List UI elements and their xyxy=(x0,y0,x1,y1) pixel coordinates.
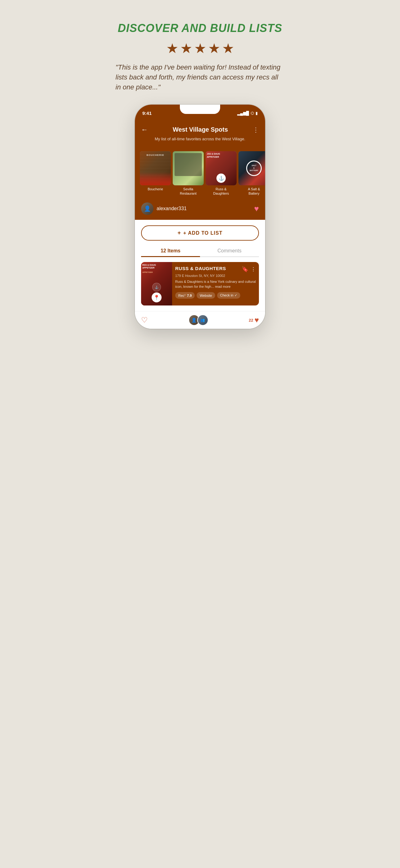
wifi-icon: ⌬ xyxy=(251,111,254,116)
place-img-salt: SALT&BATTERY xyxy=(238,151,265,185)
list-item-name: RUSS & DAUGHTERS xyxy=(175,266,226,271)
nav-avatar-2: 👥 xyxy=(197,314,208,326)
tag-checkin-label: Check in ✓ xyxy=(220,293,237,298)
stars-row: ★ ★ ★ ★ ★ xyxy=(166,40,234,56)
nav-count: 22 xyxy=(249,318,253,322)
tag-checkin[interactable]: Check in ✓ xyxy=(217,292,240,299)
place-card-sevilla[interactable]: SevillaRestaurant xyxy=(173,151,204,198)
white-section: + + ADD TO LIST 12 Items Comments RSS & … xyxy=(135,220,265,311)
back-button[interactable]: ← xyxy=(141,126,148,134)
star-2: ★ xyxy=(180,40,192,56)
list-item-content: RUSS & DAUGHTERS 🔖 ⋮ 179 E Houston St, N… xyxy=(172,262,259,306)
star-5: ★ xyxy=(222,40,234,56)
nav-likes[interactable]: 22 ♥ xyxy=(249,316,259,324)
tag-rec[interactable]: Rec° 7.9 xyxy=(175,292,195,299)
place-card-boucherie[interactable]: BOUCHERIE Boucherie xyxy=(140,151,171,198)
user-row: 👤 alexander331 ♥ xyxy=(135,198,265,220)
status-bar: 9:41 ▂▄▆█ ⌬ ▮ xyxy=(135,104,265,122)
star-4: ★ xyxy=(208,40,220,56)
status-icons: ▂▄▆█ ⌬ ▮ xyxy=(237,111,258,116)
place-img-boucherie: BOUCHERIE xyxy=(140,151,171,185)
signal-icon: ▂▄▆█ xyxy=(237,111,249,116)
user-avatar: 👤 xyxy=(141,203,154,215)
app-header: ← West Village Spots ⋮ My list of all-ti… xyxy=(135,122,265,147)
user-avatar-img: 👤 xyxy=(141,203,154,215)
bottom-nav: ♡ 👤 👥 22 ♥ xyxy=(135,311,265,329)
place-name-russ: Russ &Daughters xyxy=(213,187,229,198)
wishlist-icon: ♡ xyxy=(141,316,148,324)
tab-comments[interactable]: Comments xyxy=(200,246,259,256)
screen-title: West Village Spots xyxy=(173,126,228,133)
tabs-row: 12 Items Comments xyxy=(141,246,259,257)
battery-icon: ▮ xyxy=(256,111,258,116)
place-img-russ: JSS & DAUGAPPETIZER ⚓ xyxy=(206,151,237,185)
nav-wishlist[interactable]: ♡ xyxy=(141,316,148,324)
user-info: 👤 alexander331 xyxy=(141,203,187,215)
more-menu-button[interactable]: ⋮ xyxy=(253,126,259,133)
place-card-russ[interactable]: JSS & DAUGAPPETIZER ⚓ Russ &Daughters xyxy=(206,151,237,198)
bookmark-icon[interactable]: 🔖 xyxy=(241,266,248,273)
tag-rec-score: 7.9 xyxy=(187,294,192,298)
page-container: DISCOVER AND BUILD LISTS ★ ★ ★ ★ ★ "This… xyxy=(100,0,300,347)
list-item-image: RSS & DAUGAPPETIZER APPETIZER ⚓ 📍 xyxy=(141,262,172,306)
tag-rec-label: Rec° xyxy=(178,294,186,298)
tags-row: Rec° 7.9 Website Check in ✓ xyxy=(175,292,256,299)
star-1: ★ xyxy=(166,40,178,56)
app-header-row: ← West Village Spots ⋮ xyxy=(141,126,259,134)
likes-icon: ♥ xyxy=(255,316,259,324)
tab-items[interactable]: 12 Items xyxy=(141,246,200,257)
list-item-description: Russ & Daughters is a New York culinary … xyxy=(175,279,256,289)
list-item-action-icons: 🔖 ⋮ xyxy=(241,266,256,273)
location-pin: 📍 xyxy=(152,292,162,302)
add-to-list-label: + ADD TO LIST xyxy=(183,230,222,236)
star-3: ★ xyxy=(194,40,206,56)
place-img-sevilla xyxy=(173,151,204,185)
plus-icon: + xyxy=(178,230,181,236)
more-options-icon[interactable]: ⋮ xyxy=(251,266,256,272)
phone-mockup: 9:41 ▂▄▆█ ⌬ ▮ ← West Village Spots ⋮ My … xyxy=(135,104,265,329)
review-text: "This is the app I've been waiting for! … xyxy=(112,62,288,92)
heart-button[interactable]: ♥ xyxy=(254,204,259,214)
place-name-sevilla: SevillaRestaurant xyxy=(180,187,197,198)
russ-sign-text: RSS & DAUGAPPETIZER xyxy=(142,264,156,269)
username: alexander331 xyxy=(157,206,187,211)
screen-subtitle: My list of all-time favorites across the… xyxy=(155,136,245,142)
nav-avatars[interactable]: 👤 👥 xyxy=(189,314,208,326)
place-name-boucherie: Boucherie xyxy=(147,187,163,194)
places-scroll: BOUCHERIE Boucherie SevillaRestaurant xyxy=(135,147,265,198)
place-card-salt[interactable]: SALT&BATTERY A Salt &Battery xyxy=(238,151,265,198)
tag-website[interactable]: Website xyxy=(197,292,215,299)
tag-website-label: Website xyxy=(200,294,212,298)
status-time: 9:41 xyxy=(142,111,152,116)
place-name-salt: A Salt &Battery xyxy=(248,187,260,198)
headline: DISCOVER AND BUILD LISTS xyxy=(118,22,282,35)
list-item-address: 179 E Houston St, NY, NY 10002 xyxy=(175,274,256,278)
add-to-list-button[interactable]: + + ADD TO LIST xyxy=(141,225,259,241)
list-item-card: RSS & DAUGAPPETIZER APPETIZER ⚓ 📍 xyxy=(141,262,259,306)
list-item-header: RUSS & DAUGHTERS 🔖 ⋮ xyxy=(175,266,256,273)
